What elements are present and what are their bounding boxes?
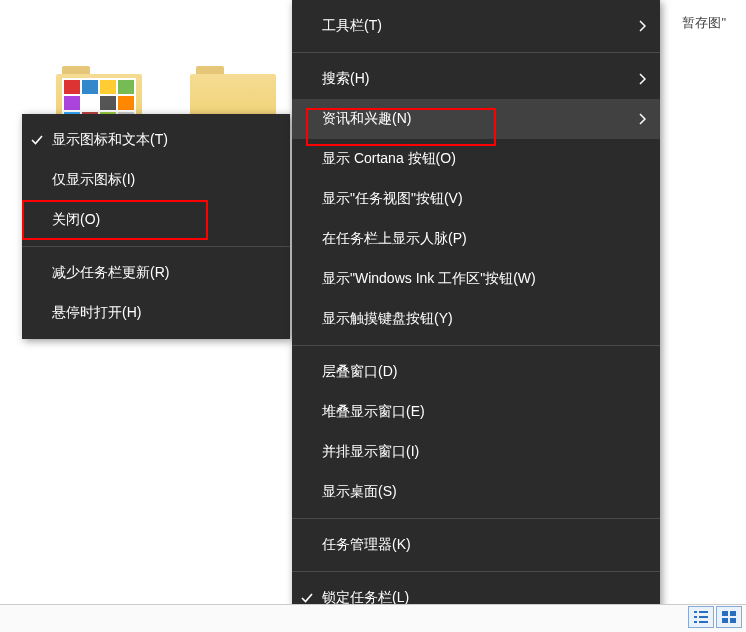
menu-label: 堆叠显示窗口(E) [322,403,425,421]
svg-rect-0 [694,611,697,613]
menu-label: 任务管理器(K) [322,536,411,554]
menu-separator [292,518,660,519]
menu-item-stack-windows[interactable]: 堆叠显示窗口(E) [292,392,660,432]
menu-item-task-view-button[interactable]: 显示"任务视图"按钮(V) [292,179,660,219]
view-details-button[interactable] [688,606,714,628]
svg-rect-6 [722,611,728,616]
svg-rect-1 [699,611,708,613]
menu-label: 悬停时打开(H) [52,304,141,322]
menu-label: 仅显示图标(I) [52,171,135,189]
menu-separator [292,571,660,572]
menu-item-cascade-windows[interactable]: 层叠窗口(D) [292,352,660,392]
menu-item-people-taskbar[interactable]: 在任务栏上显示人脉(P) [292,219,660,259]
menu-label: 显示"Windows Ink 工作区"按钮(W) [322,270,536,288]
taskbar-context-menu: 工具栏(T) 搜索(H) 资讯和兴趣(N) 显示 Cortana 按钮(O) 显… [292,0,660,632]
svg-rect-3 [699,616,708,618]
submenu-item-close[interactable]: 关闭(O) [22,200,290,240]
svg-rect-8 [722,618,728,623]
explorer-status-bar [0,604,746,632]
menu-label: 在任务栏上显示人脉(P) [322,230,467,248]
menu-label: 关闭(O) [52,211,100,229]
svg-rect-5 [699,621,708,623]
check-icon [300,591,314,605]
menu-label: 显示"任务视图"按钮(V) [322,190,463,208]
submenu-item-icon-only[interactable]: 仅显示图标(I) [22,160,290,200]
svg-rect-7 [730,611,736,616]
menu-item-news-interests[interactable]: 资讯和兴趣(N) [292,99,660,139]
menu-item-show-desktop[interactable]: 显示桌面(S) [292,472,660,512]
menu-label: 显示桌面(S) [322,483,397,501]
menu-item-cortana-button[interactable]: 显示 Cortana 按钮(O) [292,139,660,179]
menu-item-task-manager[interactable]: 任务管理器(K) [292,525,660,565]
view-thumbnails-button[interactable] [716,606,742,628]
menu-label: 显示 Cortana 按钮(O) [322,150,456,168]
check-icon [30,133,44,147]
svg-rect-2 [694,616,697,618]
menu-label: 资讯和兴趣(N) [322,110,411,128]
submenu-item-open-on-hover[interactable]: 悬停时打开(H) [22,293,290,333]
menu-separator [22,246,290,247]
menu-label: 并排显示窗口(I) [322,443,419,461]
menu-item-toolbars[interactable]: 工具栏(T) [292,6,660,46]
menu-item-side-by-side[interactable]: 并排显示窗口(I) [292,432,660,472]
menu-label: 减少任务栏更新(R) [52,264,169,282]
chevron-right-icon [638,113,646,125]
news-interests-submenu: 显示图标和文本(T) 仅显示图标(I) 关闭(O) 减少任务栏更新(R) 悬停时… [22,114,290,339]
chevron-right-icon [638,20,646,32]
menu-item-windows-ink[interactable]: 显示"Windows Ink 工作区"按钮(W) [292,259,660,299]
chevron-right-icon [638,73,646,85]
menu-item-touch-keyboard[interactable]: 显示触摸键盘按钮(Y) [292,299,660,339]
menu-label: 工具栏(T) [322,17,382,35]
menu-label: 层叠窗口(D) [322,363,397,381]
svg-rect-9 [730,618,736,623]
svg-rect-4 [694,621,697,623]
menu-separator [292,52,660,53]
submenu-item-reduce-updates[interactable]: 减少任务栏更新(R) [22,253,290,293]
menu-item-search[interactable]: 搜索(H) [292,59,660,99]
submenu-item-show-icon-text[interactable]: 显示图标和文本(T) [22,120,290,160]
menu-label: 搜索(H) [322,70,369,88]
menu-label: 显示图标和文本(T) [52,131,168,149]
menu-separator [292,345,660,346]
list-icon [694,611,708,623]
stray-text: 暂存图" [682,14,726,32]
grid-icon [722,611,736,623]
menu-label: 显示触摸键盘按钮(Y) [322,310,453,328]
